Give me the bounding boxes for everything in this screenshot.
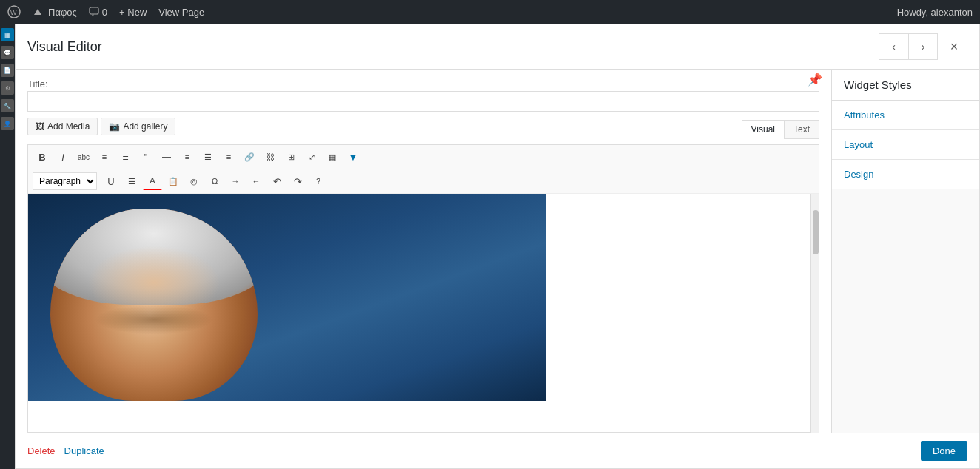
editor-image	[28, 194, 546, 401]
media-tabs-row: 🖼 Add Media 📷 Add gallery Visual Text	[27, 118, 819, 141]
dialog-close-button[interactable]: ×	[941, 33, 967, 60]
underline-button[interactable]: U	[101, 172, 121, 190]
editor-panel: Title: 📌 🖼 Add Media 📷 Add ga	[16, 70, 831, 433]
indent-button[interactable]: →	[226, 172, 245, 190]
done-button[interactable]: Done	[921, 441, 967, 461]
help-button[interactable]: ?	[309, 172, 328, 190]
special-chars-button[interactable]: Ω	[205, 172, 224, 190]
redo-button[interactable]: ↷	[288, 172, 307, 190]
dialog-title: Visual Editor	[27, 39, 102, 55]
toolbar-row-1: B I abc ≡ ≣ " — ≡ ☰ ≡ 🔗 ⛓ ⊞ ⤢ ▦	[28, 145, 819, 169]
pin-button[interactable]: 📌	[808, 72, 822, 87]
insert-row-button[interactable]: ⊞	[281, 148, 301, 166]
editor-main: Title: 📌 🖼 Add Media 📷 Add ga	[16, 70, 979, 433]
add-media-icon: 🖼	[36, 121, 44, 132]
ordered-list-button[interactable]: ≣	[115, 148, 135, 166]
clear-format-button[interactable]: ◎	[184, 172, 204, 190]
add-gallery-icon: 📷	[109, 121, 120, 132]
italic-button[interactable]: I	[53, 148, 73, 166]
unlink-button[interactable]: ⛓	[261, 148, 280, 166]
link-button[interactable]: 🔗	[240, 148, 259, 166]
left-sidebar: ▦ 💬 📄 ⚙ 🔧 👤	[0, 24, 15, 469]
toolbar-row-2: Paragraph U ☰ A 📋 ◎ Ω → ← ↶ ↷ ?	[28, 169, 819, 194]
add-gallery-label: Add gallery	[123, 121, 167, 132]
editor-content[interactable]	[27, 194, 810, 433]
svg-text:W: W	[10, 9, 17, 16]
right-panel-design[interactable]: Design	[832, 160, 979, 189]
hr-button[interactable]: —	[157, 148, 176, 166]
scrollbar-thumb	[813, 210, 819, 254]
new-label: + New	[119, 7, 147, 18]
sidebar-icon-settings[interactable]: ⚙	[1, 81, 14, 95]
sidebar-icon-tools[interactable]: 🔧	[1, 99, 14, 112]
paragraph-select[interactable]: Paragraph	[33, 172, 97, 190]
duplicate-link[interactable]: Duplicate	[64, 445, 104, 456]
main-wrap: ▦ 💬 📄 ⚙ 🔧 👤 Visual Editor ‹ › × Title:	[0, 24, 980, 469]
visual-editor-dialog: Visual Editor ‹ › × Title: 📌	[15, 24, 980, 469]
right-panel-attributes[interactable]: Attributes	[832, 101, 979, 130]
sidebar-icon-comments[interactable]: 💬	[1, 46, 14, 59]
admin-bar-site[interactable]: Παφος	[33, 7, 77, 18]
blockquote-button[interactable]: "	[136, 148, 155, 166]
comments-count: 0	[102, 7, 107, 18]
table-button[interactable]: ▦	[323, 148, 342, 166]
layout-label: Layout	[844, 139, 873, 150]
unordered-list-button[interactable]: ≡	[95, 148, 114, 166]
site-name: Παφος	[48, 7, 77, 18]
editor-scroll-wrap	[27, 194, 819, 433]
admin-bar-comments[interactable]: 0	[89, 7, 107, 18]
attributes-label: Attributes	[844, 109, 885, 121]
align-left-button[interactable]: ≡	[178, 148, 197, 166]
outdent-button[interactable]: ←	[246, 172, 266, 190]
strikethrough-button[interactable]: abc	[74, 148, 93, 166]
admin-bar-new[interactable]: + New	[119, 7, 147, 18]
dialog-navigation: ‹ › ×	[879, 33, 967, 60]
dialog-next-button[interactable]: ›	[908, 33, 938, 60]
design-label: Design	[844, 169, 873, 180]
tab-visual[interactable]: Visual	[742, 120, 784, 139]
align-right-button[interactable]: ≡	[219, 148, 238, 166]
add-media-label: Add Media	[47, 121, 90, 132]
view-page-label: View Page	[158, 7, 204, 18]
undo-button[interactable]: ↶	[267, 172, 286, 190]
widget-styles-title: Widget Styles	[832, 70, 979, 101]
editor-tabs: Visual Text	[742, 120, 819, 139]
toolbar-area: B I abc ≡ ≣ " — ≡ ☰ ≡ 🔗 ⛓ ⊞ ⤢ ▦	[27, 144, 819, 194]
align-center-button[interactable]: ☰	[198, 148, 218, 166]
admin-bar-view-page[interactable]: View Page	[158, 7, 204, 18]
dialog-prev-button[interactable]: ‹	[879, 33, 908, 60]
text-color-button[interactable]: A	[143, 172, 162, 190]
dialog-header: Visual Editor ‹ › ×	[16, 24, 979, 70]
fullscreen-button[interactable]: ⤢	[302, 148, 321, 166]
toolbar-toggle-button[interactable]: ▼	[343, 148, 363, 166]
admin-bar-howdy: Howdy, alexanton	[897, 7, 973, 18]
sidebar-icon-pages[interactable]: 📄	[1, 64, 14, 77]
footer-left: Delete Duplicate	[27, 445, 104, 456]
title-input[interactable]	[27, 91, 819, 112]
right-panel-layout[interactable]: Layout	[832, 130, 979, 160]
bold-button[interactable]: B	[33, 148, 52, 166]
sidebar-icon-widgets[interactable]: ▦	[1, 28, 14, 41]
add-gallery-button[interactable]: 📷 Add gallery	[101, 118, 175, 135]
sidebar-icon-users[interactable]: 👤	[1, 117, 14, 130]
justify-button[interactable]: ☰	[122, 172, 141, 190]
media-buttons: 🖼 Add Media 📷 Add gallery	[27, 118, 175, 135]
title-section: Title: 📌	[27, 78, 819, 112]
delete-link[interactable]: Delete	[27, 445, 56, 456]
add-media-button[interactable]: 🖼 Add Media	[27, 118, 98, 135]
svg-rect-2	[90, 7, 98, 14]
paste-button[interactable]: 📋	[164, 172, 183, 190]
editor-scrollbar[interactable]	[810, 194, 819, 433]
tab-text[interactable]: Text	[784, 120, 819, 139]
title-label: Title:	[27, 78, 48, 90]
right-panel: Widget Styles Attributes Layout Design	[831, 70, 979, 433]
dialog-footer: Delete Duplicate Done	[16, 433, 979, 468]
admin-bar: W Παφος 0 + New View Page Howdy, alexant…	[0, 0, 980, 24]
wp-logo: W	[7, 5, 21, 18]
